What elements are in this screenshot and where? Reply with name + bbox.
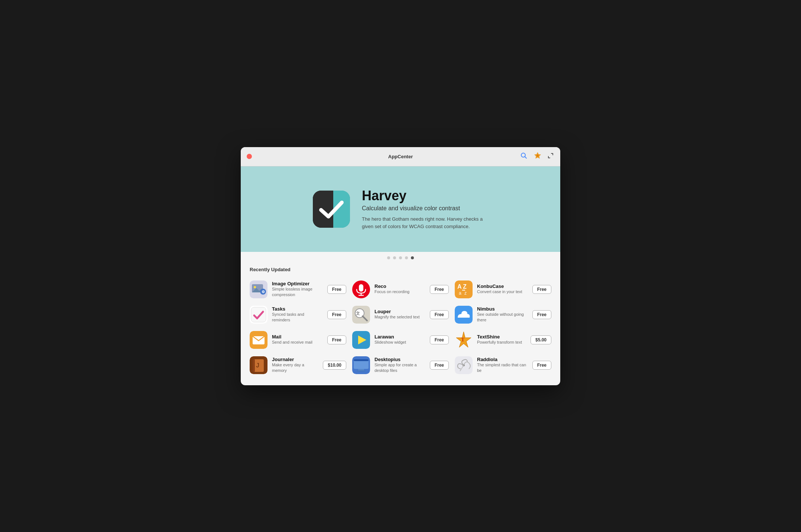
app-item-mail[interactable]: Mail Send and receive mail Free — [247, 327, 349, 353]
app-desc-journaler: Make every day a memory — [272, 362, 318, 374]
app-info-konbucase: KonbuCase Convert case in your text — [477, 283, 528, 295]
app-item-desktopius[interactable]: Desktopius Simple app for create a deskt… — [349, 353, 452, 378]
app-info-raddiola: Raddiola The simplest radio that can be — [477, 357, 528, 374]
app-icon-mail — [250, 331, 267, 349]
app-name-raddiola: Raddiola — [477, 357, 528, 362]
app-icon-desktopius — [352, 356, 370, 374]
app-item-textshine[interactable]: T TextShine Powerfully transform text $5… — [452, 327, 554, 353]
app-name-journaler: Journaler — [272, 357, 318, 362]
app-icon-reco — [352, 280, 370, 298]
app-icon-konbucase: A Z a z — [455, 280, 473, 298]
app-desc-tasks: Synced tasks and reminders — [272, 312, 323, 323]
price-btn-nimbus[interactable]: Free — [532, 310, 551, 319]
app-item-journaler[interactable]: J Journaler Make every day a memory $10.… — [247, 353, 349, 378]
app-desc-image-optimizer: Simple lossless image compression — [272, 286, 323, 298]
price-btn-raddiola[interactable]: Free — [532, 361, 551, 370]
price-btn-desktopius[interactable]: Free — [430, 361, 449, 370]
search-button[interactable] — [519, 151, 528, 162]
price-btn-journaler[interactable]: $10.00 — [323, 361, 346, 370]
expand-button[interactable] — [547, 152, 554, 161]
app-info-mail: Mail Send and receive mail — [272, 334, 323, 345]
svg-text:A: A — [457, 283, 462, 290]
svg-text:Z: Z — [463, 283, 467, 290]
app-icon-raddiola — [455, 356, 473, 374]
app-item-konbucase[interactable]: A Z a z KonbuCase Convert case in your t… — [452, 277, 554, 302]
price-btn-louper[interactable]: Free — [430, 310, 449, 319]
hero-app-name: Harvey — [362, 188, 488, 204]
app-name-louper: Louper — [374, 309, 425, 314]
svg-text:⚙: ⚙ — [262, 290, 265, 294]
app-item-larawan[interactable]: Larawan Slideshow widget Free — [349, 327, 452, 353]
app-name-konbucase: KonbuCase — [477, 283, 528, 289]
app-window: × AppCenter — [241, 147, 560, 385]
app-name-desktopius: Desktopius — [374, 357, 425, 362]
price-btn-mail[interactable]: Free — [327, 335, 346, 344]
app-icon-larawan — [352, 331, 370, 349]
app-item-raddiola[interactable]: Raddiola The simplest radio that can be … — [452, 353, 554, 378]
svg-text:文: 文 — [356, 311, 360, 315]
svg-text:T: T — [461, 337, 465, 343]
svg-rect-15 — [359, 284, 363, 292]
app-info-nimbus: Nimbus See outside without going there — [477, 306, 528, 323]
app-item-reco[interactable]: Reco Focus on recording Free — [349, 277, 452, 302]
svg-text:z: z — [464, 291, 467, 296]
carousel-dots — [241, 252, 560, 264]
titlebar-right — [519, 151, 554, 162]
price-btn-tasks[interactable]: Free — [327, 310, 346, 319]
close-button[interactable]: × — [247, 154, 252, 159]
app-icon-tasks — [250, 306, 267, 324]
app-icon-louper: 文 — [352, 306, 370, 324]
dot-2[interactable] — [393, 256, 396, 259]
app-desc-textshine: Powerfully transform text — [477, 340, 526, 345]
section-title: Recently Updated — [241, 264, 560, 277]
app-info-journaler: Journaler Make every day a memory — [272, 357, 318, 374]
app-desc-konbucase: Convert case in your text — [477, 289, 528, 295]
app-name-image-optimizer: Image Optimizer — [272, 281, 323, 286]
app-desc-mail: Send and receive mail — [272, 340, 323, 345]
svg-text:J: J — [256, 362, 259, 369]
svg-rect-44 — [357, 370, 366, 372]
price-btn-textshine[interactable]: $5.00 — [531, 335, 551, 344]
svg-point-10 — [254, 286, 256, 288]
hero-banner[interactable]: Harvey Calculate and visualize color con… — [241, 166, 560, 252]
app-name-textshine: TextShine — [477, 334, 526, 340]
svg-rect-43 — [358, 369, 364, 370]
app-info-textshine: TextShine Powerfully transform text — [477, 334, 526, 345]
app-desc-larawan: Slideshow widget — [374, 340, 425, 345]
hero-content: Harvey Calculate and visualize color con… — [362, 188, 488, 230]
app-item-image-optimizer[interactable]: ⚙ Image Optimizer Simple lossless image … — [247, 277, 349, 302]
svg-point-3 — [536, 155, 539, 157]
app-icon-journaler: J — [250, 356, 267, 374]
titlebar-left: × — [247, 154, 252, 159]
price-btn-konbucase[interactable]: Free — [532, 285, 551, 294]
app-name-nimbus: Nimbus — [477, 306, 528, 312]
badge-icon — [534, 152, 542, 160]
svg-rect-38 — [253, 359, 255, 372]
dot-4[interactable] — [405, 256, 408, 259]
app-icon-nimbus — [455, 306, 473, 324]
badge-button[interactable] — [533, 151, 542, 162]
app-item-louper[interactable]: 文 Louper Magnify the selected text Free — [349, 302, 452, 327]
app-info-reco: Reco Focus on recording — [374, 283, 425, 295]
app-icon-textshine: T — [455, 331, 473, 349]
app-name-reco: Reco — [374, 283, 425, 289]
app-info-larawan: Larawan Slideshow widget — [374, 334, 425, 345]
app-name-tasks: Tasks — [272, 306, 323, 312]
dot-5[interactable] — [411, 256, 414, 259]
dot-3[interactable] — [399, 256, 402, 259]
svg-line-1 — [525, 156, 527, 158]
app-name-mail: Mail — [272, 334, 323, 340]
svg-rect-24 — [251, 307, 266, 322]
app-item-nimbus[interactable]: Nimbus See outside without going there F… — [452, 302, 554, 327]
svg-text:a: a — [459, 291, 461, 296]
price-btn-larawan[interactable]: Free — [430, 335, 449, 344]
search-icon — [520, 152, 528, 159]
app-info-tasks: Tasks Synced tasks and reminders — [272, 306, 323, 323]
price-btn-image-optimizer[interactable]: Free — [327, 285, 346, 294]
app-item-tasks[interactable]: Tasks Synced tasks and reminders Free — [247, 302, 349, 327]
app-name-larawan: Larawan — [374, 334, 425, 340]
price-btn-reco[interactable]: Free — [430, 285, 449, 294]
svg-rect-42 — [354, 359, 369, 361]
dot-1[interactable] — [387, 256, 390, 259]
app-grid: ⚙ Image Optimizer Simple lossless image … — [241, 277, 560, 385]
